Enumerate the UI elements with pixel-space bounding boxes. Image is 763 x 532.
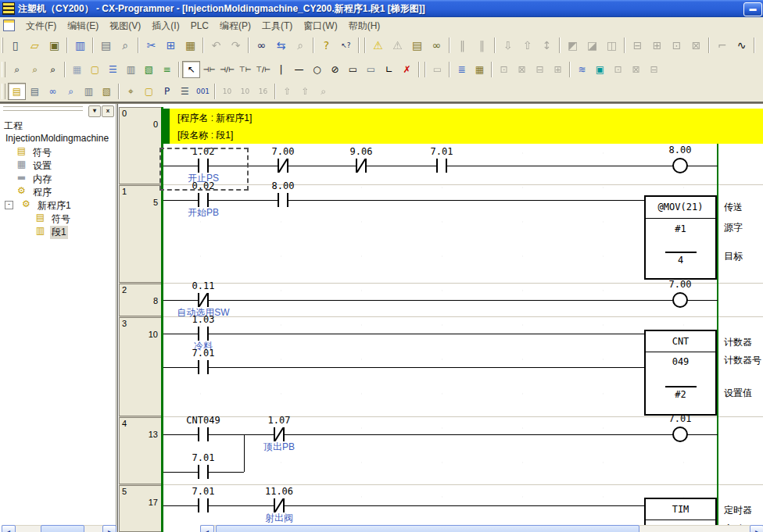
cross-reference-button[interactable]: ⌕ [62,83,80,100]
coil-tool-button[interactable]: ○ [308,61,326,78]
search-all-button[interactable]: ⌕ [291,35,310,55]
download-to-plc-button[interactable]: ⇩ [498,35,518,55]
help-button[interactable]: ? [317,35,336,55]
contact-or-nc-tool-button[interactable]: ⊤∕⊢ [254,61,272,78]
jump-button[interactable]: ⌖ [122,83,140,100]
program-flag-button[interactable]: P [158,83,176,100]
go-to-next-address-button[interactable]: ⇧ [296,83,314,100]
watch-add-button[interactable]: ⊡ [495,61,513,78]
pause-monitor-button[interactable]: ‖ [453,35,472,55]
title-bar[interactable]: 注塑机（CY200） - CX-Programmer - [InjectionM… [0,0,763,17]
hex-monitor-button[interactable]: 16 [254,83,272,100]
tree-node-settings[interactable]: ▦设置 [0,159,114,171]
tree-node-newprogram1[interactable]: -⚙新程序1 [0,198,114,211]
hierarchy-button[interactable]: ≋ [573,61,591,78]
binary-monitor-button[interactable]: 001 [194,83,212,100]
project-window-button[interactable]: ▤ [8,83,26,100]
mode-debug-button[interactable]: ⊞ [647,35,667,55]
compile-program-check-button[interactable]: ⚠ [368,35,388,55]
toolbar-grip[interactable] [2,37,3,53]
zoom-custom-button[interactable]: ⌕ [26,61,44,78]
print-button[interactable]: ▤ [96,35,116,55]
vertical-line-tool-button[interactable]: | [272,61,290,78]
window-view-1-button[interactable]: ⊡ [609,61,627,78]
symbol-table-button[interactable]: ≣ [453,61,471,78]
contact-nc-tool-button[interactable]: ⊣∕⊢ [218,61,236,78]
scrollbar-thumb[interactable] [41,525,84,532]
compile-button[interactable]: ▥ [70,35,90,55]
menu-program[interactable]: 编程(P) [214,19,256,33]
save-button[interactable]: ▣ [45,35,64,55]
mode-run-button[interactable]: ⊠ [686,35,706,55]
print-preview-button[interactable]: ⌕ [116,35,135,55]
compare-with-plc-button[interactable]: ↕ [537,35,557,55]
workspace-close-button[interactable]: x [102,105,114,117]
contact-no-tool-button[interactable]: ⊣⊢ [200,61,218,78]
tree-expander[interactable]: - [5,201,13,209]
sidebar-horizontal-scrollbar[interactable]: ◂▸ [2,525,116,532]
monitor-button[interactable]: ∞ [427,35,446,55]
scroll-right-button[interactable]: ▸ [750,525,763,532]
ladder-horizontal-scrollbar[interactable]: ◂▸ [200,525,763,532]
zoom-in-button[interactable]: ⌕ [44,61,62,78]
coil-nc-tool-button[interactable]: ⊘ [326,61,344,78]
tree-root-project[interactable]: 工程 [0,119,114,131]
toolbar-grip[interactable] [2,84,5,99]
selected-cell-outline[interactable] [159,148,249,191]
comment-list-button[interactable]: ▢ [140,83,158,100]
window-view-2-button[interactable]: ⊠ [627,61,645,78]
tree-node-newprogram1-symbols[interactable]: ▤符号 [0,212,114,224]
go-to-prev-address-button[interactable]: ⇧ [278,83,296,100]
instruction-nc-tool-button[interactable]: ▭ [362,61,380,78]
io-comment-button[interactable]: ▥ [122,61,140,78]
differential-monitor-button[interactable]: ⌐ [712,35,732,55]
rung-list-button[interactable]: ☰ [104,61,122,78]
decimal-monitor-button[interactable]: 10 [218,83,236,100]
watch-edit-button[interactable]: ⊟ [531,61,549,78]
tree-node-symbols[interactable]: ▤符号 [0,145,114,158]
scroll-left-button[interactable]: ◂ [2,525,16,532]
workspace-grip[interactable] [3,106,83,109]
select-tool-button[interactable]: ↖ [182,61,200,78]
zoom-out-button[interactable]: ⌕ [8,61,26,78]
tree-node-programs[interactable]: ⚙程序 [0,185,114,198]
new-file-button[interactable]: ▯ [5,35,25,55]
monitor-grid-button[interactable]: ▧ [140,61,158,78]
open-file-button[interactable]: ▱ [25,35,45,55]
watch-remove-button[interactable]: ⊠ [513,61,531,78]
delete-tool-button[interactable]: ✗ [398,61,416,78]
window-view-3-button[interactable]: ⊟ [645,61,663,78]
force-reset-button[interactable]: ◪ [582,35,602,55]
edit-comment-button[interactable]: ▭ [428,61,446,78]
tree-node-memory[interactable]: ▬内存 [0,172,114,184]
compile-all-button[interactable]: ⚠ [388,35,407,55]
menu-window[interactable]: 窗口(W) [298,19,342,33]
mode-program-button[interactable]: ⊟ [628,35,647,55]
instruction-tool-button[interactable]: ▭ [344,61,362,78]
redo-button[interactable]: ↷ [226,35,245,55]
menu-file[interactable]: 文件(F) [20,19,62,33]
scrollbar-thumb[interactable] [216,525,639,532]
workspace-grip[interactable] [3,110,83,113]
monitor-window-button[interactable]: ▣ [591,61,609,78]
scroll-left-button[interactable]: ◂ [200,525,214,532]
section-header-banner[interactable]: [程序名 : 新程序1] [段名称 : 段1] [163,109,763,144]
menu-plc[interactable]: PLC [185,19,214,33]
work-online-button[interactable]: ▤ [407,35,427,55]
memory-view-button[interactable]: ▦ [471,61,489,78]
workspace-dropdown-button[interactable]: ▾ [88,105,101,117]
io-multiple-button[interactable]: ☰ [176,83,194,100]
paste-button[interactable]: ▦ [181,35,200,55]
scroll-right-button[interactable]: ▸ [102,525,116,532]
watch-window-button[interactable]: ∞ [44,83,62,100]
menu-tools[interactable]: 工具(T) [256,19,298,33]
copy-button[interactable]: ⊞ [161,35,181,55]
toolbar-grip[interactable] [2,62,5,77]
io-table-window-button[interactable]: ▥ [80,83,98,100]
menu-help[interactable]: 帮助(H) [343,19,386,33]
undo-button[interactable]: ↶ [206,35,226,55]
minimize-button[interactable]: ▬ [743,2,762,16]
properties-button[interactable]: ▧ [98,83,116,100]
upload-from-plc-button[interactable]: ⇧ [518,35,537,55]
cut-button[interactable]: ✂ [141,35,161,55]
